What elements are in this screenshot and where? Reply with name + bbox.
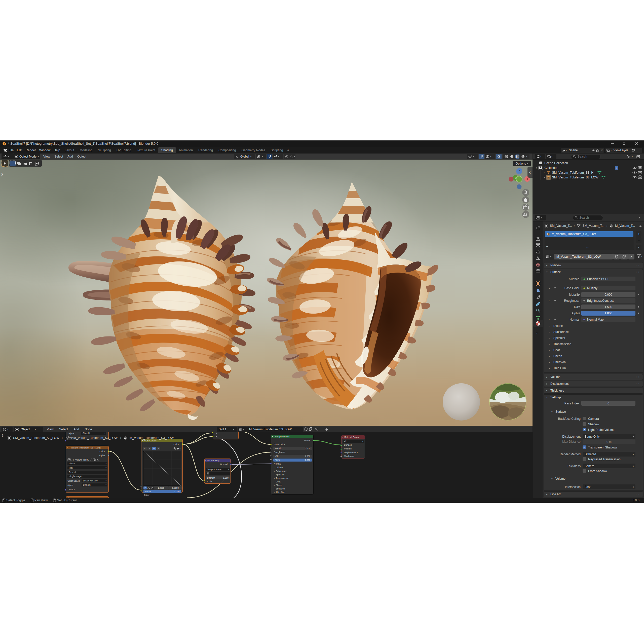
svg-text:X: X [526, 177, 528, 181]
svg-text:Z: Z [518, 170, 520, 173]
